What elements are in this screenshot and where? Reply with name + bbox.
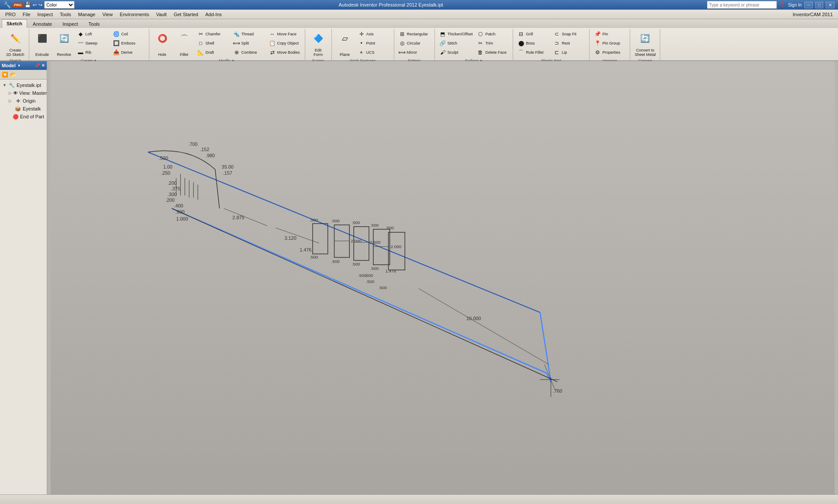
btn-delete-face[interactable]: 🗑 Delete Face [475, 48, 510, 57]
tree-expand-view[interactable]: ▷ [9, 91, 12, 95]
btn-edit-form[interactable]: 🔷 EditForm [308, 30, 329, 58]
btn-chamfer[interactable]: ✂ Chamfer [196, 30, 231, 38]
menu-manage[interactable]: Manage [75, 11, 99, 18]
btn-trim[interactable]: ✂ Trim [475, 39, 510, 48]
tree-item-end-of-part[interactable]: 🔴 End of Part [8, 113, 45, 121]
btn-rule-fillet[interactable]: ⌒ Rule Fillet [516, 48, 551, 57]
btn-ucs[interactable]: ⌖ UCS [356, 48, 391, 57]
viewport[interactable]: FRONT TOP X Y Z [47, 61, 838, 494]
panel-dropdown-arrow[interactable]: ▼ [17, 64, 21, 68]
btn-lip[interactable]: ⊏ Lip [552, 48, 586, 57]
panel-close-btn[interactable]: ✕ [41, 63, 45, 68]
menu-inspect[interactable]: Inspect [34, 11, 56, 18]
btn-combine[interactable]: ⊕ Combine [231, 48, 266, 57]
btn-derive[interactable]: 📥 Derive [111, 48, 146, 57]
btn-properties[interactable]: ⚙ Properties [592, 48, 627, 57]
btn-move-bodies[interactable]: ⇄ Move Bodies [267, 48, 302, 57]
btn-create-2d-sketch[interactable]: ✏️ Create2D Sketch [4, 30, 26, 58]
thread-label: Thread [241, 32, 254, 36]
tree-expand-origin[interactable]: ▷ [9, 99, 13, 103]
menu-add-ins[interactable]: Add-Ins [202, 11, 225, 18]
restore-button[interactable]: □ [815, 2, 823, 8]
btn-pin[interactable]: 📌 Pin [592, 30, 627, 38]
btn-stitch[interactable]: 🔗 Stitch [438, 39, 475, 48]
btn-rest[interactable]: ⊃ Rest [552, 39, 586, 48]
btn-axis[interactable]: ✛ Axis [356, 30, 391, 38]
btn-plane[interactable]: ▱ Plane [335, 30, 355, 58]
tree-item-eyestalk[interactable]: 📦 Eyestalk [8, 105, 45, 113]
svg-text:.900: .900 [175, 209, 184, 214]
color-scheme-select[interactable]: Color [44, 1, 75, 9]
tab-inspect[interactable]: Inspect [58, 20, 83, 28]
btn-coil[interactable]: 🌀 Coil [111, 30, 146, 38]
quick-save-icon[interactable]: 💾 [24, 2, 31, 8]
btn-pin-group[interactable]: 📍 Pin Group [592, 39, 627, 48]
help-icon[interactable]: ❓ [779, 2, 786, 8]
btn-copy-object[interactable]: 📋 Copy Object [267, 39, 302, 48]
btn-mirror[interactable]: ⟺ Mirror [397, 48, 432, 57]
btn-rectangular[interactable]: ⊞ Rectangular [397, 30, 432, 38]
tree-item-origin[interactable]: ▷ ✛ Origin [8, 97, 45, 105]
btn-snap-fit[interactable]: ⊂ Snap Fit [552, 30, 586, 38]
btn-sculpt[interactable]: 🖌 Sculpt [438, 48, 475, 57]
undo-icon[interactable]: ↩ [33, 2, 37, 8]
tree-label-end-of-part: End of Part [20, 114, 44, 119]
btn-convert-sheet-metal[interactable]: 🔄 Convert toSheet Metal [633, 30, 657, 58]
sweep-label: Sweep [86, 41, 98, 45]
svg-text:.700: .700 [188, 142, 197, 147]
btn-hole[interactable]: ⭕ Hole [152, 30, 173, 58]
ribbon-tabs: Sketch Annotate Inspect Tools [0, 19, 838, 28]
menu-file[interactable]: File [19, 11, 34, 18]
minimize-button[interactable]: ─ [804, 2, 813, 8]
btn-thicken-offset[interactable]: ⬒ Thicken/Offset [438, 30, 475, 38]
btn-split[interactable]: ⟺ Split [231, 39, 266, 48]
tree-label-eyestalk: Eyestalk [23, 106, 41, 111]
menu-environments[interactable]: Environments [116, 11, 152, 18]
btn-draft[interactable]: 📐 Draft [196, 48, 231, 57]
btn-revolve[interactable]: 🔄 Revolve [54, 30, 75, 58]
redo-icon[interactable]: ↪ [38, 2, 42, 8]
btn-point[interactable]: • Point [356, 39, 391, 48]
menu-pro[interactable]: PRO [2, 11, 19, 18]
menu-view[interactable]: View [99, 11, 117, 18]
titlebar-left: 🔧 PRO 💾 ↩ ↪ Color [3, 1, 75, 9]
panel-expand-icon[interactable]: 📂 [10, 72, 17, 78]
btn-sweep[interactable]: 〰 Sweep [76, 39, 110, 48]
split-icon: ⟺ [233, 40, 240, 47]
fillet-label: Fillet [180, 52, 188, 57]
combine-icon: ⊕ [233, 49, 240, 56]
sign-in-link[interactable]: Sign In [788, 3, 802, 7]
btn-rib[interactable]: ▬ Rib [76, 48, 110, 57]
close-button[interactable]: ✕ [826, 2, 835, 8]
btn-fillet[interactable]: ⌒ Fillet [174, 30, 195, 58]
tab-tools[interactable]: Tools [84, 20, 105, 28]
btn-boss[interactable]: ⬤ Boss [516, 39, 551, 48]
btn-shell[interactable]: □ Shell [196, 39, 231, 48]
tab-sketch[interactable]: Sketch [2, 19, 27, 28]
coil-label: Coil [121, 32, 128, 36]
svg-text:1.476: 1.476 [300, 247, 311, 252]
btn-emboss[interactable]: 🔲 Emboss [111, 39, 146, 48]
btn-grill[interactable]: ⊟ Grill [516, 30, 551, 38]
tree-expand-root[interactable]: ▼ [3, 83, 7, 87]
btn-move-face[interactable]: ↔ Move Face [267, 30, 302, 38]
thicken-offset-icon: ⬒ [439, 31, 446, 38]
btn-loft[interactable]: ◆ Loft [76, 30, 110, 38]
btn-circular[interactable]: ◎ Circular [397, 39, 432, 48]
menu-get-started[interactable]: Get Started [170, 11, 202, 18]
search-area [707, 1, 777, 9]
svg-text:.400: .400 [174, 203, 183, 208]
tab-annotation[interactable]: Annotate [28, 20, 57, 28]
menu-vault[interactable]: Vault [152, 11, 170, 18]
mirror-icon: ⟺ [399, 49, 406, 56]
btn-extrude[interactable]: ⬛ Extrude [32, 30, 53, 58]
tree-item-view-master[interactable]: ▷ 👁 View: Master [8, 89, 45, 97]
panel-pin-btn[interactable]: 📌 [35, 63, 40, 68]
menu-tools[interactable]: Tools [56, 11, 75, 18]
tree-item-root[interactable]: ▼ 🔧 Eyestalk.ipt [2, 81, 45, 89]
search-input[interactable] [707, 1, 777, 9]
inventorcam-menu[interactable]: InventorCAM 2011 [789, 11, 836, 18]
panel-filter-icon[interactable]: 🔽 [2, 72, 8, 78]
btn-thread[interactable]: 🔩 Thread [231, 30, 266, 38]
btn-patch[interactable]: ⬡ Patch [475, 30, 510, 38]
